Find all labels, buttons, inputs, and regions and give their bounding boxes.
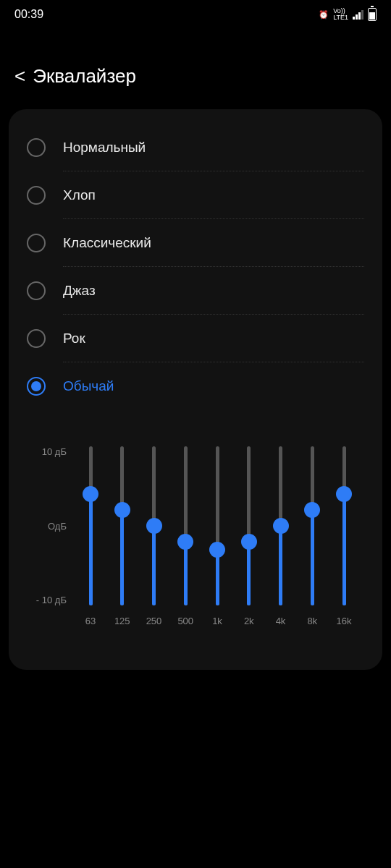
slider-thumb[interactable] — [273, 518, 289, 534]
preset-label: Джаз — [63, 283, 96, 299]
preset-label: Обычай — [63, 378, 114, 394]
y-tick-mid: ОдБ — [48, 521, 67, 532]
eq-slider[interactable] — [112, 446, 133, 605]
preset-item[interactable]: Рок — [27, 315, 364, 362]
eq-slider[interactable] — [333, 446, 355, 605]
x-tick-label: 4k — [270, 616, 292, 626]
eq-slider[interactable] — [175, 446, 196, 605]
preset-label: Классический — [63, 235, 151, 251]
slider-thumb[interactable] — [209, 542, 225, 558]
slider-fill — [89, 494, 93, 605]
slider-track — [247, 446, 251, 605]
slider-track — [216, 446, 219, 605]
preset-item[interactable]: Нормальный — [27, 124, 364, 171]
alarm-icon: ⏰ — [319, 10, 329, 20]
x-axis: 631252505001k2k4k8k16k — [74, 616, 361, 626]
radio-button[interactable] — [27, 377, 46, 396]
eq-slider[interactable] — [301, 446, 323, 605]
slider-track — [184, 446, 188, 605]
slider-thumb[interactable] — [146, 518, 162, 534]
x-tick-label: 1k — [206, 616, 228, 626]
slider-fill — [279, 526, 282, 605]
slider-fill — [216, 550, 219, 605]
page-header: < Эквалайзер — [0, 29, 391, 109]
signal-icon — [353, 9, 363, 20]
slider-track — [311, 446, 314, 605]
y-axis: 10 дБ ОдБ - 10 дБ — [30, 446, 74, 605]
slider-fill — [311, 510, 314, 605]
y-tick-max: 10 дБ — [42, 446, 67, 457]
eq-slider[interactable] — [270, 446, 292, 605]
slider-thumb[interactable] — [83, 486, 98, 502]
y-tick-min: - 10 дБ — [36, 595, 67, 605]
battery-icon — [368, 8, 377, 21]
radio-button[interactable] — [27, 281, 46, 300]
radio-button[interactable] — [27, 234, 46, 252]
preset-item[interactable]: Хлоп — [27, 171, 364, 219]
preset-label: Хлоп — [63, 187, 96, 203]
slider-fill — [247, 542, 251, 605]
equalizer-chart: 10 дБ ОдБ - 10 дБ 631252505001k2k4k8k16k — [16, 446, 375, 626]
eq-slider[interactable] — [206, 446, 228, 605]
page-title: Эквалайзер — [33, 65, 136, 88]
slider-thumb[interactable] — [304, 502, 320, 518]
eq-slider[interactable] — [80, 446, 101, 605]
radio-button[interactable] — [27, 138, 46, 157]
content-card: НормальныйХлопКлассическийДжазРокОбычай … — [9, 109, 382, 670]
preset-label: Нормальный — [63, 140, 146, 156]
slider-track — [120, 446, 124, 605]
back-button[interactable]: < — [14, 65, 25, 88]
x-tick-label: 125 — [112, 616, 133, 626]
preset-list: НормальныйХлопКлассическийДжазРокОбычай — [16, 124, 375, 410]
eq-slider[interactable] — [143, 446, 165, 605]
slider-fill — [342, 494, 346, 605]
preset-item[interactable]: Джаз — [27, 267, 364, 315]
slider-fill — [152, 526, 156, 605]
x-tick-label: 16k — [333, 616, 355, 626]
status-bar: 00:39 ⏰ Vo)) LTE1 — [0, 0, 391, 29]
preset-item[interactable]: Обычай — [27, 362, 364, 410]
slider-thumb[interactable] — [177, 534, 193, 550]
eq-slider[interactable] — [238, 446, 260, 605]
radio-button[interactable] — [27, 186, 46, 205]
preset-label: Рок — [63, 331, 85, 346]
x-tick-label: 63 — [80, 616, 101, 626]
slider-track — [342, 446, 346, 605]
x-tick-label: 250 — [143, 616, 165, 626]
preset-item[interactable]: Классический — [27, 219, 364, 267]
slider-thumb[interactable] — [241, 534, 257, 550]
slider-thumb[interactable] — [114, 502, 130, 518]
x-tick-label: 2k — [238, 616, 260, 626]
radio-button[interactable] — [27, 329, 46, 348]
slider-fill — [184, 542, 188, 605]
slider-thumb[interactable] — [336, 486, 352, 502]
slider-track — [89, 446, 93, 605]
status-right: ⏰ Vo)) LTE1 — [319, 8, 377, 21]
sliders-area — [74, 446, 361, 605]
network-label: LTE1 — [333, 14, 348, 21]
x-tick-label: 500 — [175, 616, 196, 626]
x-tick-label: 8k — [301, 616, 323, 626]
slider-fill — [120, 510, 124, 605]
status-time: 00:39 — [14, 8, 43, 21]
